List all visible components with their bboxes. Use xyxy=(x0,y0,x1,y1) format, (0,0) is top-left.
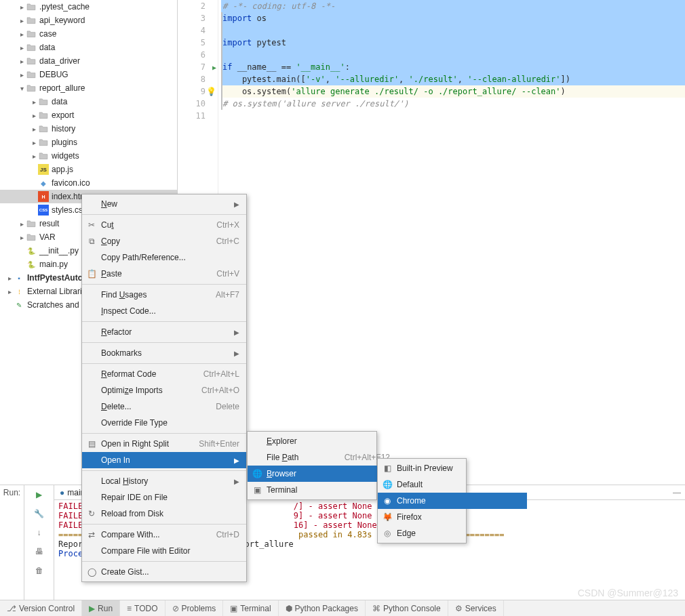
code-line[interactable]: import pytest xyxy=(221,37,685,49)
chevron-icon[interactable]: ▸ xyxy=(18,17,26,24)
menu-item[interactable]: 🦊Firefox xyxy=(378,509,527,525)
status-item[interactable]: ⬢Python Packages xyxy=(279,600,366,616)
print-icon[interactable]: 🖶 xyxy=(24,542,54,561)
trash-icon[interactable]: 🗑 xyxy=(24,561,54,580)
run-minimize-icon[interactable]: — xyxy=(673,488,685,497)
gutter-line[interactable]: 10 xyxy=(178,98,218,110)
chevron-icon[interactable]: ▸ xyxy=(30,152,38,160)
context-menu[interactable]: New▶✂CutCtrl+X⧉CopyCtrl+CCopy Path/Refer… xyxy=(81,194,247,582)
menu-item[interactable]: Inspect Code... xyxy=(82,303,246,319)
gutter-line[interactable]: 7▶ xyxy=(178,61,218,73)
status-item[interactable]: ▶Run xyxy=(82,600,120,616)
code-line[interactable]: # os.system('allure server ./result/') xyxy=(221,98,685,110)
menu-item[interactable]: Bookmarks▶ xyxy=(82,345,246,361)
tree-item[interactable]: ▸api_keyword xyxy=(0,14,177,27)
tree-item[interactable]: ▸case xyxy=(0,27,177,41)
chevron-icon[interactable]: ▸ xyxy=(30,98,38,106)
menu-item[interactable]: Local History▶ xyxy=(82,473,246,489)
tree-item[interactable]: ▸export xyxy=(0,108,177,122)
status-item[interactable]: ▣Terminal xyxy=(223,600,278,616)
menu-item[interactable]: Repair IDE on File xyxy=(82,489,246,506)
menu-item[interactable]: ⇄Compare With...Ctrl+D xyxy=(82,527,246,543)
status-item[interactable]: ≡TODO xyxy=(120,600,165,616)
menu-item[interactable]: Refactor▶ xyxy=(82,324,246,340)
gutter-line[interactable]: 2 xyxy=(178,0,218,12)
tree-item[interactable]: ▸data xyxy=(0,95,177,108)
code-line[interactable] xyxy=(221,24,685,37)
menu-item[interactable]: Open In▶ xyxy=(82,452,246,468)
menu-item[interactable]: ◎Edge xyxy=(378,525,527,541)
down-icon[interactable]: ↓ xyxy=(24,523,54,542)
menu-item[interactable]: ⧉CopyCtrl+C xyxy=(82,233,246,249)
status-bar[interactable]: ⎇Version Control▶Run≡TODO⊘Problems▣Termi… xyxy=(0,600,685,616)
tree-item[interactable]: JSapp.js xyxy=(0,163,177,176)
menu-item[interactable]: New▶ xyxy=(82,196,246,212)
code-editor[interactable]: 234567▶89💡1011 # -*- coding: utf-8 -*-im… xyxy=(178,0,685,485)
settings-icon[interactable]: 🔧 xyxy=(24,504,54,523)
menu-item[interactable]: ◉Chrome xyxy=(378,493,527,509)
chevron-icon[interactable]: ▸ xyxy=(5,274,14,282)
menu-item[interactable]: Delete...Delete xyxy=(82,398,246,415)
menu-item[interactable]: 🌐Browser▶ xyxy=(248,466,397,482)
chevron-icon[interactable]: ▸ xyxy=(18,58,26,65)
menu-item[interactable]: File PathCtrl+Alt+F12 xyxy=(248,449,397,466)
chevron-icon[interactable]: ▸ xyxy=(30,139,38,146)
tree-item[interactable]: ▸DEBUG xyxy=(0,68,177,81)
status-item[interactable]: ⎇Version Control xyxy=(0,600,82,616)
chevron-icon[interactable]: ▸ xyxy=(18,234,26,241)
menu-item[interactable]: Optimize ImportsCtrl+Alt+O xyxy=(82,382,246,398)
status-item[interactable]: ⊘Problems xyxy=(165,600,224,616)
menu-item[interactable]: Reformat CodeCtrl+Alt+L xyxy=(82,366,246,382)
tree-item[interactable]: ▸data xyxy=(0,41,177,54)
bulb-icon[interactable]: 💡 xyxy=(206,87,216,96)
submenu-browser[interactable]: ◧Built-in Preview🌐Default◉Chrome🦊Firefox… xyxy=(377,458,467,543)
chevron-icon[interactable]: ▸ xyxy=(18,220,26,228)
menu-item[interactable]: Compare File with Editor xyxy=(82,543,246,559)
submenu-open-in[interactable]: ExplorerFile PathCtrl+Alt+F12🌐Browser▶▣T… xyxy=(247,431,377,500)
gutter-line[interactable]: 3 xyxy=(178,12,218,24)
status-item[interactable]: ⚙Services xyxy=(448,600,504,616)
menu-item[interactable]: ▤Open in Right SplitShift+Enter xyxy=(82,436,246,452)
chevron-icon[interactable]: ▸ xyxy=(18,44,26,52)
tree-item[interactable]: ▸plugins xyxy=(0,136,177,149)
tree-item[interactable]: ▸data_driver xyxy=(0,54,177,68)
chevron-icon[interactable]: ▸ xyxy=(30,125,38,133)
chevron-icon[interactable]: ▸ xyxy=(5,288,14,295)
menu-item[interactable]: ▣Terminal xyxy=(248,482,397,498)
menu-item[interactable]: ◯Create Gist... xyxy=(82,564,246,580)
code-line[interactable] xyxy=(221,110,685,122)
code-line[interactable]: # -*- coding: utf-8 -*- xyxy=(221,0,685,12)
code-line[interactable]: import os xyxy=(221,12,685,24)
editor-code[interactable]: # -*- coding: utf-8 -*-import osimport p… xyxy=(218,0,685,485)
code-line[interactable]: pytest.main(['-v', '--alluredir', './res… xyxy=(221,73,685,85)
chevron-icon[interactable]: ▸ xyxy=(18,71,26,79)
gutter-line[interactable]: 8 xyxy=(178,73,218,85)
menu-item[interactable]: 📋PasteCtrl+V xyxy=(82,266,246,282)
code-line[interactable]: if __name__ == '__main__': xyxy=(221,61,685,73)
rerun-icon[interactable]: ▶ xyxy=(24,485,54,504)
menu-item[interactable]: ↻Reload from Disk xyxy=(82,506,246,522)
tree-item[interactable]: ◆favicon.ico xyxy=(0,176,177,190)
tree-item[interactable]: ▾report_allure xyxy=(0,81,177,95)
menu-item[interactable]: 🌐Default xyxy=(378,476,527,493)
chevron-icon[interactable]: ▸ xyxy=(18,3,26,11)
code-line[interactable] xyxy=(221,49,685,61)
tree-item[interactable]: ▸widgets xyxy=(0,149,177,163)
gutter-line[interactable]: 4 xyxy=(178,24,218,37)
menu-item[interactable]: Copy Path/Reference... xyxy=(82,249,246,266)
tree-item[interactable]: ▸.pytest_cache xyxy=(0,0,177,14)
gutter-line[interactable]: 11 xyxy=(178,110,218,122)
menu-item[interactable]: ✂CutCtrl+X xyxy=(82,217,246,233)
chevron-icon[interactable]: ▸ xyxy=(30,112,38,119)
status-item[interactable]: ⌘Python Console xyxy=(366,600,448,616)
code-line[interactable]: os.system('allure generate ./result/ -o … xyxy=(221,85,685,98)
menu-item[interactable]: Find UsagesAlt+F7 xyxy=(82,287,246,303)
chevron-icon[interactable]: ▾ xyxy=(18,85,26,92)
chevron-icon[interactable]: ▸ xyxy=(18,30,26,38)
run-toolbar[interactable]: ▶ 🔧 ↓ 🖶 🗑 xyxy=(24,485,54,600)
gutter-line[interactable]: 9💡 xyxy=(178,85,218,98)
menu-item[interactable]: Explorer xyxy=(248,433,397,449)
run-line-icon[interactable]: ▶ xyxy=(212,64,216,71)
menu-item[interactable]: Override File Type xyxy=(82,415,246,431)
menu-item[interactable]: ◧Built-in Preview xyxy=(378,460,527,476)
